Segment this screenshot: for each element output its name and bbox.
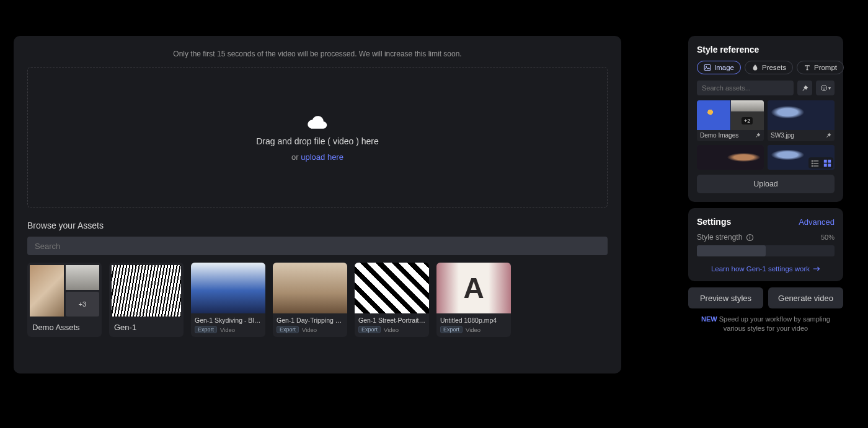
svg-point-1 <box>706 66 707 68</box>
video-tag: Export <box>358 326 381 333</box>
dropzone-subtext: or upload here <box>291 152 343 162</box>
svg-rect-8 <box>813 163 818 164</box>
preview-styles-button[interactable]: Preview styles <box>688 287 763 308</box>
folder-card[interactable]: Gen-1 <box>109 263 184 337</box>
video-title: Gen-1 Day-Tripping - W... <box>277 317 343 324</box>
tab-image[interactable]: Image <box>697 61 741 74</box>
upload-button[interactable]: Upload <box>697 175 835 193</box>
face-filter-button[interactable]: ▾ <box>816 81 835 95</box>
video-card[interactable]: Gen-1 Street-Portrait - ... ExportVideo <box>355 263 429 337</box>
style-asset-card[interactable] <box>697 145 764 170</box>
folder-card[interactable]: +3 Demo Assets <box>27 263 102 337</box>
advanced-link[interactable]: Advanced <box>799 217 835 227</box>
tip-text: NEW Speed up your workflow by sampling v… <box>688 315 843 333</box>
style-search-input[interactable] <box>702 84 789 92</box>
tab-presets[interactable]: Presets <box>745 61 793 74</box>
asset-search-field[interactable] <box>27 237 608 255</box>
svg-rect-12 <box>828 159 831 162</box>
learn-settings-link[interactable]: Learn how Gen-1 settings work <box>697 265 835 273</box>
video-tag: Export <box>440 326 463 333</box>
svg-rect-0 <box>704 65 711 71</box>
video-card[interactable]: Untitled 1080p.mp4 ExportVideo <box>436 263 511 337</box>
main-panel: Only the first 15 seconds of the video w… <box>14 36 621 373</box>
action-row: Preview styles Generate video <box>688 287 843 308</box>
svg-rect-14 <box>828 164 831 167</box>
browse-assets-label: Browse your Assets <box>27 221 608 230</box>
droplet-icon <box>751 64 759 71</box>
svg-rect-13 <box>823 164 826 167</box>
video-tag: Export <box>277 326 299 333</box>
upload-link[interactable]: upload here <box>301 152 343 162</box>
tab-prompt[interactable]: Prompt <box>797 61 844 74</box>
side-column: Style reference Image Presets Prompt <box>688 36 843 373</box>
svg-point-17 <box>750 235 750 236</box>
assets-row: +3 Demo Assets Gen-1 Gen-1 Skydiving - B… <box>27 263 608 337</box>
dropzone[interactable]: Drag and drop file ( video ) here or upl… <box>27 67 608 208</box>
svg-rect-10 <box>813 165 818 167</box>
grid-icon <box>823 159 831 167</box>
asset-search-input[interactable] <box>35 242 600 251</box>
svg-rect-6 <box>813 160 818 162</box>
generate-video-button[interactable]: Generate video <box>768 287 843 308</box>
svg-rect-5 <box>811 160 812 161</box>
video-type: Video <box>302 326 317 333</box>
face-icon <box>820 84 828 92</box>
style-strength-value: 50% <box>821 234 835 241</box>
text-icon <box>804 64 811 71</box>
list-icon <box>811 159 819 167</box>
style-reference-title: Style reference <box>697 45 835 55</box>
video-type: Video <box>220 326 235 333</box>
video-tag: Export <box>195 326 217 333</box>
svg-point-2 <box>821 85 826 91</box>
pin-icon <box>755 133 761 138</box>
style-asset-card[interactable]: SW3.jpg <box>768 100 835 141</box>
svg-point-3 <box>822 87 823 87</box>
folder-more-badge: +3 <box>66 292 100 317</box>
pin-icon <box>826 133 831 138</box>
style-asset-card[interactable]: +2 Demo Images <box>697 100 764 141</box>
video-card[interactable]: Gen-1 Day-Tripping - W... ExportVideo <box>273 263 347 337</box>
svg-rect-7 <box>811 162 812 164</box>
pin-icon <box>802 85 808 92</box>
info-icon[interactable] <box>746 234 754 242</box>
grid-view-button[interactable] <box>823 159 831 167</box>
svg-rect-9 <box>811 165 812 166</box>
view-toggle <box>808 157 833 168</box>
image-icon <box>704 64 711 71</box>
folder-title: Gen-1 <box>109 319 184 337</box>
list-view-button[interactable] <box>810 159 819 167</box>
video-card[interactable]: Gen-1 Skydiving - Blue ... ExportVideo <box>191 263 265 337</box>
asset-more-badge: +2 <box>742 117 753 124</box>
folder-title: Demo Assets <box>27 319 102 337</box>
style-tab-row: Image Presets Prompt <box>697 61 835 74</box>
video-type: Video <box>466 326 480 333</box>
settings-panel: Settings Advanced Style strength 50% Lea… <box>688 208 843 281</box>
svg-rect-11 <box>823 159 826 162</box>
style-assets-grid: +2 Demo Images SW3.jpg <box>697 100 835 170</box>
dropzone-text: Drag and drop file ( video ) here <box>256 136 379 146</box>
video-title: Gen-1 Street-Portrait - ... <box>358 317 425 324</box>
video-type: Video <box>384 326 399 333</box>
style-strength-label: Style strength <box>697 233 742 242</box>
style-strength-slider[interactable] <box>697 245 835 256</box>
video-title: Untitled 1080p.mp4 <box>440 317 507 324</box>
video-title: Gen-1 Skydiving - Blue ... <box>195 317 262 324</box>
style-reference-panel: Style reference Image Presets Prompt <box>688 36 843 202</box>
style-search-field[interactable] <box>697 81 794 95</box>
arrow-right-icon <box>813 266 820 272</box>
settings-title: Settings <box>697 217 731 227</box>
svg-point-4 <box>825 87 825 87</box>
tip-new-badge: NEW <box>701 315 717 323</box>
pin-filter-button[interactable] <box>797 81 812 95</box>
cloud-upload-icon <box>307 114 328 130</box>
limit-note: Only the first 15 seconds of the video w… <box>27 50 608 58</box>
style-asset-label: Demo Images <box>700 132 738 139</box>
style-asset-label: SW3.jpg <box>771 132 794 139</box>
